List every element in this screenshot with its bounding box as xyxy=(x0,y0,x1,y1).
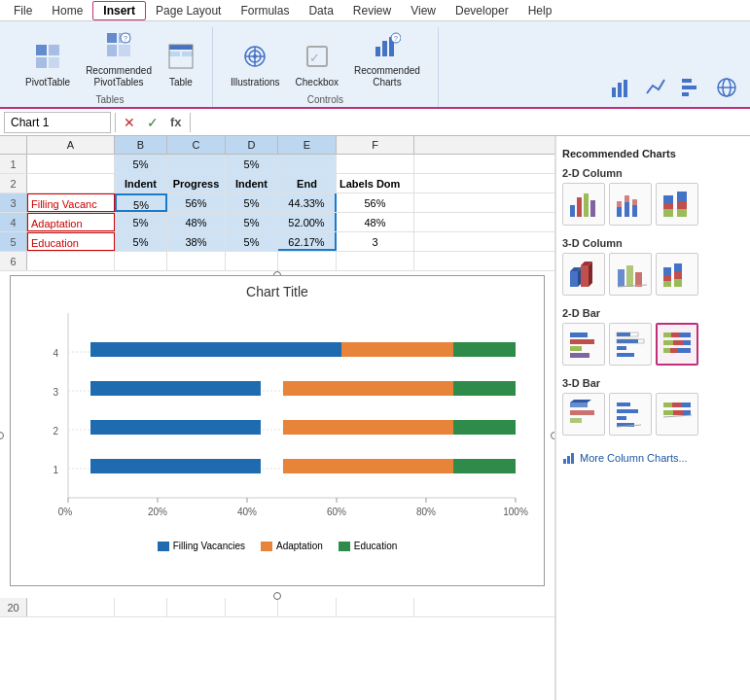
recommended-charts-button[interactable]: ? RecommendedCharts xyxy=(348,27,426,92)
formula-input[interactable] xyxy=(195,114,746,131)
cancel-formula-icon[interactable]: ✕ xyxy=(120,113,139,132)
recommended-pivottables-button[interactable]: ? RecommendedPivotTables xyxy=(80,27,158,92)
col2d-btn-3[interactable] xyxy=(656,183,698,226)
cell-A4[interactable]: Adaptation xyxy=(27,213,115,231)
bar2d-btn-3[interactable] xyxy=(656,323,698,366)
cell-D4[interactable]: 5% xyxy=(226,213,278,231)
cell-D1[interactable]: 5% xyxy=(226,155,278,173)
cell-B6[interactable] xyxy=(115,252,167,270)
col-header-D[interactable]: D xyxy=(226,136,278,154)
svg-rect-32 xyxy=(682,86,696,89)
col-header-C[interactable]: C xyxy=(167,136,226,154)
cell-A5[interactable]: Education xyxy=(27,232,115,251)
cell-E4[interactable]: 52.00% xyxy=(278,213,337,231)
illustrations-button[interactable]: Illustrations xyxy=(225,39,286,92)
chart-drag-handle-left[interactable] xyxy=(0,432,4,439)
cell-B1[interactable]: 5% xyxy=(115,155,167,173)
recommended-charts-icon: ? xyxy=(374,31,401,63)
cell-C6[interactable] xyxy=(167,252,226,270)
cell-F4[interactable]: 48% xyxy=(337,213,414,231)
cell-C5[interactable]: 38% xyxy=(167,232,226,251)
insert-function-icon[interactable]: fx xyxy=(166,113,186,131)
svg-rect-105 xyxy=(570,332,588,337)
svg-rect-4 xyxy=(107,33,117,43)
menu-view[interactable]: View xyxy=(401,2,446,19)
cell-E1[interactable] xyxy=(278,155,337,173)
confirm-formula-icon[interactable]: ✓ xyxy=(143,113,162,132)
menu-insert[interactable]: Insert xyxy=(92,1,146,20)
cell-E5[interactable]: 62.17% xyxy=(278,232,337,251)
chart-legend: Filling Vacancies Adaptation Education xyxy=(11,537,544,551)
col3d-btn-2[interactable] xyxy=(609,253,652,296)
col2d-btn-2[interactable] xyxy=(609,183,652,226)
cell-D6[interactable] xyxy=(226,252,278,270)
menu-home[interactable]: Home xyxy=(42,2,92,19)
svg-rect-69 xyxy=(453,381,516,396)
bar2d-btn-1[interactable] xyxy=(562,323,605,366)
col-header-A[interactable]: A xyxy=(27,136,115,154)
menu-page-layout[interactable]: Page Layout xyxy=(146,2,231,19)
svg-rect-24 xyxy=(382,41,387,56)
cell-D5[interactable]: 5% xyxy=(226,232,278,251)
cell-C2[interactable]: Progress xyxy=(167,174,226,192)
cell-F20[interactable] xyxy=(337,598,414,616)
menu-formulas[interactable]: Formulas xyxy=(231,2,299,19)
bar-chart-small-btn[interactable] xyxy=(676,72,707,103)
svg-rect-141 xyxy=(567,456,570,464)
cell-A20[interactable] xyxy=(27,598,115,616)
cell-E6[interactable] xyxy=(278,252,337,270)
col-header-B[interactable]: B xyxy=(115,136,167,154)
cell-F3[interactable]: 56% xyxy=(337,193,414,212)
cell-A6[interactable] xyxy=(27,252,115,270)
cell-A3[interactable]: Filling Vacanc xyxy=(27,193,115,212)
cell-E20[interactable] xyxy=(278,598,337,616)
col-header-F[interactable]: F xyxy=(337,136,414,154)
bar2d-btn-2[interactable] xyxy=(609,323,652,366)
col2d-btn-1[interactable] xyxy=(562,183,605,226)
cell-A1[interactable] xyxy=(27,155,115,173)
bar3d-btn-2[interactable] xyxy=(609,393,652,436)
cell-B2[interactable]: Indent xyxy=(115,174,167,192)
pivot-table-button[interactable]: PivotTable xyxy=(19,39,76,92)
chart-drag-handle-bottom[interactable] xyxy=(273,592,281,600)
cell-D20[interactable] xyxy=(226,598,278,616)
cell-C1[interactable] xyxy=(167,155,226,173)
globe-small-btn[interactable] xyxy=(711,72,742,103)
cell-A2[interactable] xyxy=(27,174,115,192)
col3d-btn-3[interactable] xyxy=(656,253,698,296)
cell-B4[interactable]: 5% xyxy=(115,213,167,231)
chart-container[interactable]: Chart Title 0% 20% xyxy=(0,275,554,596)
table-button[interactable]: Table xyxy=(161,39,200,92)
cell-B5[interactable]: 5% xyxy=(115,232,167,251)
cell-B20[interactable] xyxy=(115,598,167,616)
cell-E3[interactable]: 44.33% xyxy=(278,193,337,212)
column-chart-small-btn[interactable] xyxy=(606,72,637,103)
cell-C4[interactable]: 48% xyxy=(167,213,226,231)
col-header-E[interactable]: E xyxy=(278,136,337,154)
cell-F1[interactable] xyxy=(337,155,414,173)
cell-C3[interactable]: 56% xyxy=(167,193,226,212)
name-box[interactable] xyxy=(4,112,111,133)
cell-F2[interactable]: Labels Dom xyxy=(337,174,414,192)
chart-drag-handle-right[interactable] xyxy=(551,432,554,439)
cell-C20[interactable] xyxy=(167,598,226,616)
cell-F6[interactable] xyxy=(337,252,414,270)
line-chart-small-btn[interactable] xyxy=(641,72,672,103)
bar3d-btn-3[interactable] xyxy=(656,393,698,436)
cell-D2[interactable]: Indent xyxy=(226,174,278,192)
more-charts-link[interactable]: More Column Charts... xyxy=(562,447,744,469)
menu-file[interactable]: File xyxy=(4,2,42,19)
cell-E2[interactable]: End xyxy=(278,174,337,192)
svg-rect-130 xyxy=(617,416,626,420)
cell-B3[interactable]: 5% xyxy=(115,193,167,212)
bar3d-btn-1[interactable] xyxy=(562,393,605,436)
cell-D3[interactable]: 5% xyxy=(226,193,278,212)
menu-developer[interactable]: Developer xyxy=(446,2,518,19)
menu-data[interactable]: Data xyxy=(299,2,342,19)
col3d-btn-1[interactable] xyxy=(562,253,605,296)
menu-review[interactable]: Review xyxy=(343,2,401,19)
svg-rect-23 xyxy=(375,47,380,56)
cell-F5[interactable]: 3 xyxy=(337,232,414,251)
menu-help[interactable]: Help xyxy=(518,2,562,19)
checkbox-button[interactable]: ✓ Checkbox xyxy=(290,39,344,92)
